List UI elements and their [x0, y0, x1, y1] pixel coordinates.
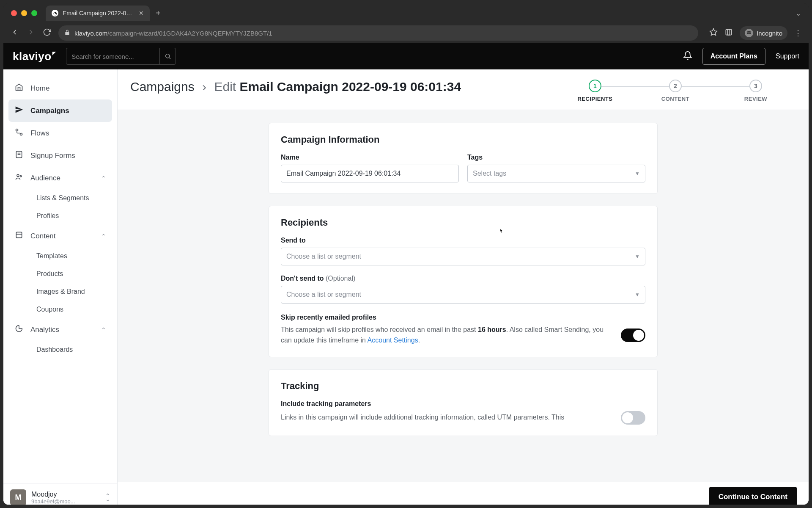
svg-marker-0	[710, 29, 717, 36]
campaign-name-input[interactable]	[281, 165, 459, 182]
skip-profiles-description: This campaign will skip profiles who rec…	[281, 325, 611, 346]
sidebar-item-label: Signup Forms	[30, 152, 75, 160]
send-to-label: Send to	[281, 237, 645, 244]
sidebar-item-lists-segments[interactable]: Lists & Segments	[30, 189, 112, 207]
sidebar-item-label: Products	[36, 270, 63, 278]
card-heading: Recipients	[281, 217, 645, 228]
search-button[interactable]	[159, 48, 176, 64]
tracking-card: Tracking Include tracking parameters Lin…	[269, 369, 658, 436]
bookmark-star-icon[interactable]	[709, 28, 718, 38]
sidebar-item-profiles[interactable]: Profiles	[30, 207, 112, 225]
step-number: 1	[589, 80, 601, 92]
logo-text: klaviyo	[13, 50, 52, 63]
send-to-select[interactable]: Choose a list or segment ▼	[281, 248, 645, 265]
search-input[interactable]	[66, 53, 159, 60]
audience-icon	[14, 173, 24, 183]
skip-profiles-heading: Skip recently emailed profiles	[281, 314, 645, 321]
sidebar-item-coupons[interactable]: Coupons	[30, 301, 112, 318]
svg-rect-1	[726, 29, 731, 35]
browser-tab[interactable]: ◔ Email Campaign 2022-09-19 0 ✕	[46, 6, 150, 21]
tab-list-chevron-icon[interactable]: ⌄	[796, 9, 805, 17]
dont-send-to-select[interactable]: Choose a list or segment ▼	[281, 286, 645, 304]
svg-point-3	[747, 33, 749, 34]
tab-strip: ◔ Email Campaign 2022-09-19 0 ✕ + ⌄	[3, 3, 809, 23]
sidebar-item-label: Profiles	[36, 212, 59, 220]
step-review[interactable]: 3 REVIEW	[716, 80, 796, 102]
sidebar-item-products[interactable]: Products	[30, 265, 112, 283]
sidebar-item-label: Analytics	[30, 326, 59, 334]
select-placeholder: Select tags	[473, 170, 506, 177]
sidebar-item-campaigns[interactable]: Campaigns	[8, 99, 112, 122]
step-label: CONTENT	[661, 96, 689, 102]
lock-icon	[64, 30, 70, 37]
svg-point-13	[20, 176, 22, 177]
incognito-badge[interactable]: Incognito	[740, 26, 787, 40]
svg-rect-2	[728, 29, 730, 35]
maximize-window-button[interactable]	[31, 10, 37, 16]
account-plans-button[interactable]: Account Plans	[702, 48, 765, 65]
skip-profiles-toggle[interactable]	[621, 329, 645, 342]
minimize-window-button[interactable]	[21, 10, 27, 16]
incognito-label: Incognito	[757, 30, 782, 37]
sidebar-item-audience[interactable]: Audience ⌃	[8, 167, 112, 189]
tracking-toggle[interactable]	[621, 411, 645, 425]
back-button[interactable]	[10, 28, 19, 38]
sidebar-item-signup-forms[interactable]: Signup Forms	[8, 144, 112, 167]
sidebar-item-label: Images & Brand	[36, 288, 85, 295]
card-heading: Tracking	[281, 381, 645, 392]
sidebar-item-label: Home	[30, 84, 49, 93]
home-icon	[14, 83, 24, 94]
sidebar: Home Campaigns Flows Signup Forms Audien…	[3, 69, 118, 505]
sidebar-item-label: Flows	[30, 129, 49, 138]
sidebar-item-images-brand[interactable]: Images & Brand	[30, 283, 112, 301]
tags-select[interactable]: Select tags ▼	[467, 165, 645, 182]
sort-icon: ⌃⌄	[105, 494, 110, 501]
continue-button[interactable]: Continue to Content	[709, 487, 797, 505]
step-label: RECIPIENTS	[577, 96, 612, 102]
close-tab-icon[interactable]: ✕	[139, 10, 144, 17]
dont-send-to-label: Don't send to (Optional)	[281, 275, 645, 282]
step-label: REVIEW	[744, 96, 767, 102]
step-content[interactable]: 2 CONTENT	[635, 80, 716, 102]
sidebar-item-content[interactable]: Content ⌃	[8, 225, 112, 247]
new-tab-button[interactable]: +	[150, 8, 167, 18]
browser-menu-icon[interactable]: ⋮	[794, 28, 802, 38]
breadcrumb-root[interactable]: Campaigns	[130, 80, 195, 94]
step-recipients[interactable]: 1 RECIPIENTS	[555, 80, 635, 102]
edit-prefix: Edit	[214, 80, 236, 94]
account-switcher[interactable]: M Moodjoy 9ba4e9ef@moo... ⌃⌄	[3, 483, 117, 505]
tracking-description: Links in this campaign will include addi…	[281, 412, 611, 423]
support-link[interactable]: Support	[776, 52, 799, 60]
sidebar-item-flows[interactable]: Flows	[8, 122, 112, 144]
close-window-button[interactable]	[11, 10, 17, 16]
sidebar-item-templates[interactable]: Templates	[30, 247, 112, 265]
select-placeholder: Choose a list or segment	[286, 253, 361, 260]
tags-label: Tags	[467, 154, 645, 161]
caret-down-icon: ▼	[635, 171, 640, 177]
step-number: 2	[669, 80, 682, 92]
notifications-bell-icon[interactable]	[683, 51, 692, 62]
sidebar-item-analytics[interactable]: Analytics ⌃	[8, 318, 112, 341]
search-box[interactable]	[66, 48, 176, 65]
content-icon	[14, 231, 24, 241]
analytics-icon	[14, 324, 24, 335]
svg-point-7	[16, 129, 18, 131]
extensions-icon[interactable]	[724, 28, 733, 38]
bottom-action-bar: Continue to Content	[118, 482, 809, 505]
tab-title: Email Campaign 2022-09-19 0	[63, 10, 134, 17]
name-label: Name	[281, 154, 459, 161]
app-header: klaviyo◤ Account Plans Support	[3, 43, 809, 69]
page-header: Campaigns › Edit Email Campaign 2022-09-…	[118, 69, 809, 110]
page-scroll[interactable]: Campaign Information Name Tags Select ta…	[118, 110, 809, 505]
select-placeholder: Choose a list or segment	[286, 291, 361, 298]
url-host: klaviyo.com	[74, 30, 107, 37]
sidebar-item-dashboards[interactable]: Dashboards	[30, 341, 112, 359]
forward-button[interactable]	[26, 28, 36, 38]
sidebar-item-home[interactable]: Home	[8, 77, 112, 99]
address-bar[interactable]: klaviyo.com/campaign-wizard/01GDAK4A2YG8…	[58, 25, 698, 41]
account-settings-link[interactable]: Account Settings	[368, 337, 418, 344]
logo[interactable]: klaviyo◤	[13, 50, 56, 63]
reload-button[interactable]	[42, 28, 52, 38]
sidebar-item-label: Audience	[30, 174, 60, 182]
svg-point-12	[17, 174, 19, 177]
